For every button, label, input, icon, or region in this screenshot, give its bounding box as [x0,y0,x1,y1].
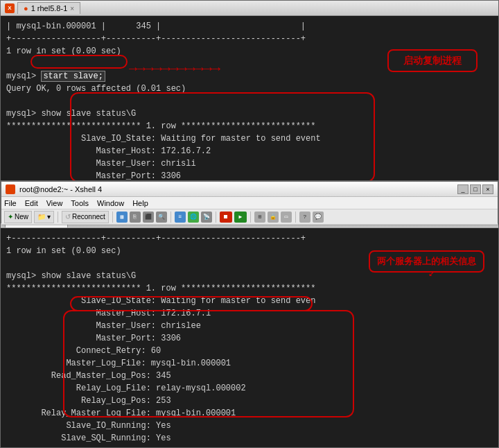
tb-icon-7[interactable]: 📡 [201,212,212,223]
master-port-highlight [70,296,313,311]
xshell-title: root@node2:~ - Xshell 4 [19,185,102,193]
top-tab-icon: ● [24,4,28,12]
close-button[interactable]: × [482,184,493,194]
tb-icon-grid[interactable]: ⊞ [254,212,265,223]
tb-icon-chat[interactable]: 💬 [313,212,324,223]
annotation-start-slave: 启动复制进程 [387,49,478,72]
reconnect-icon: ↺ [65,213,71,221]
tb-icon-lock[interactable]: 🔒 [268,212,279,223]
menu-tools[interactable]: Tools [71,199,89,207]
top-title-bar: X ● 1 rhel5.8-1 × [1,1,498,16]
bottom-terminal-window: ● 1 rhel5.8-2 × +------------------+----… [0,212,499,448]
open-button[interactable]: 📁▾ [34,211,54,223]
menu-window[interactable]: Window [97,199,124,207]
menu-file[interactable]: File [4,199,17,207]
new-icon: ✦ [8,213,13,221]
slave-status-highlight [70,92,375,182]
top-tab-label: 1 rhel5.8-1 [31,4,68,12]
tb-icon-4[interactable]: 🔍 [156,212,167,223]
xshell-main-window: root@node2:~ - Xshell 4 _ □ × File Edit … [0,180,499,223]
top-tab[interactable]: ● 1 rhel5.8-1 × [17,2,80,14]
tb-icon-help[interactable]: ? [299,212,310,223]
annotation-two-servers: 两个服务器上的相关信息 [369,250,484,273]
arrow-start-slave: →→→→→→→→→→→ [129,59,220,80]
maximize-button[interactable]: □ [470,184,481,194]
tb-icon-2[interactable]: ⎘ [130,212,141,223]
toolbar-sep-5 [250,212,251,223]
top-window-icon: X [5,3,15,13]
win-controls: _ □ × [457,184,493,194]
start-slave-highlight [30,55,128,69]
minimize-button[interactable]: _ [457,184,469,194]
tb-icon-red[interactable]: ⏹ [220,212,232,223]
menu-edit[interactable]: Edit [25,199,38,207]
menu-help[interactable]: Help [132,199,148,207]
tb-icon-1[interactable]: ▦ [116,212,128,223]
menu-view[interactable]: View [46,199,63,207]
xshell-app-icon [6,184,15,194]
tb-icon-green[interactable]: ▶ [234,212,247,223]
toolbar-sep-1 [58,212,58,223]
tb-icon-3[interactable]: ⬛ [143,212,154,223]
toolbar-sep-2 [112,212,113,223]
xshell-title-bar: root@node2:~ - Xshell 4 _ □ × [1,182,498,197]
arrow-two-servers: ↙ [429,266,435,281]
new-button[interactable]: ✦ New [4,211,32,223]
menu-bar: File Edit View Tools Window Help [1,197,498,209]
bottom-status-highlight [63,310,354,417]
top-terminal-content: | mysql-bin.000001 | 345 | | +----------… [1,16,498,192]
bottom-terminal-content: +------------------+----------+---------… [1,228,498,447]
toolbar: ✦ New 📁▾ ↺ Reconnect ▦ ⎘ ⬛ 🔍 ≡ 🌐 📡 ⏹ ▶ ⊞… [1,209,498,225]
tb-icon-6[interactable]: 🌐 [188,212,199,223]
toolbar-sep-4 [216,212,216,223]
top-tab-close[interactable]: × [70,5,74,12]
folder-icon: 📁 [37,213,46,221]
toolbar-sep-6 [295,212,296,223]
tb-icon-screen[interactable]: ▭ [281,212,292,223]
toolbar-sep-3 [170,212,171,223]
tb-icon-5[interactable]: ≡ [175,212,186,223]
reconnect-button[interactable]: ↺ Reconnect [62,211,109,223]
top-terminal-window: X ● 1 rhel5.8-1 × | mysql-bin.000001 | 3… [0,0,499,193]
